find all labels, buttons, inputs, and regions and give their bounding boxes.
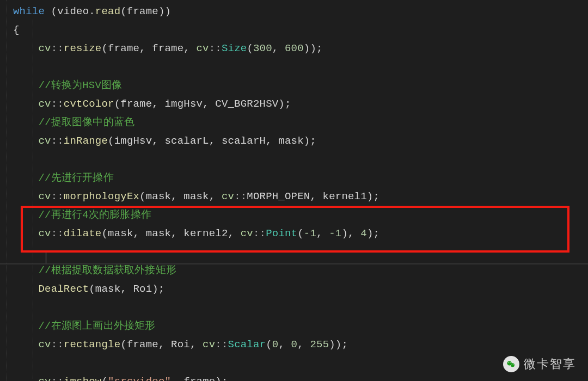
keyword-while: while [13, 5, 45, 17]
svg-point-1 [511, 363, 514, 367]
watermark: 微卡智享 [503, 356, 576, 372]
watermark-label: 微卡智享 [524, 356, 576, 372]
code-editor[interactable]: while (video.read(frame)) { cv::resize(f… [0, 0, 588, 381]
svg-point-5 [513, 364, 513, 365]
text-cursor [46, 250, 46, 263]
svg-point-3 [510, 362, 511, 363]
comment: //在源图上画出外接矩形 [38, 320, 155, 332]
comment: //再进行4次的膨胀操作 [38, 209, 151, 221]
code-block[interactable]: while (video.read(frame)) { cv::resize(f… [0, 0, 379, 381]
svg-point-4 [512, 364, 512, 365]
comment: //转换为HSV图像 [38, 79, 122, 91]
comment: //先进行开操作 [38, 172, 113, 184]
comment: //根据提取数据获取外接矩形 [38, 265, 176, 276]
svg-point-2 [509, 362, 510, 363]
wechat-icon [503, 356, 519, 372]
comment: //提取图像中的蓝色 [38, 116, 134, 128]
